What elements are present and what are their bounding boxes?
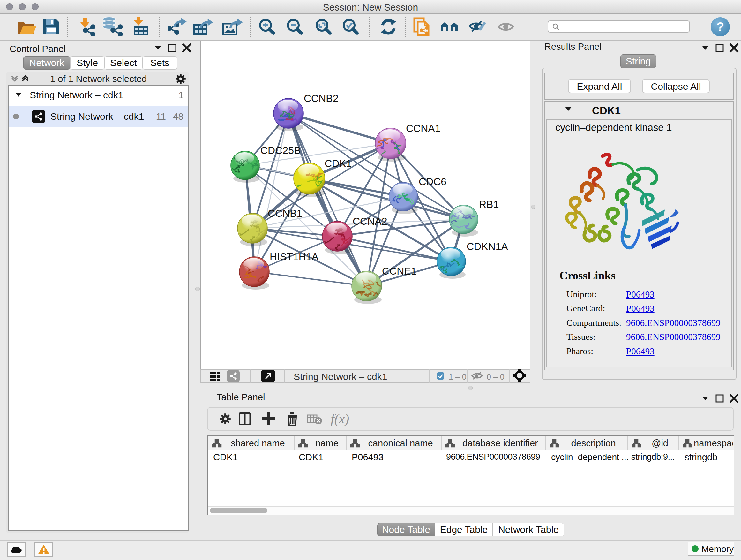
svg-text:CDK1: CDK1	[325, 158, 352, 169]
svg-text:CCNA2: CCNA2	[353, 215, 387, 227]
svg-text:RB1: RB1	[479, 199, 499, 210]
svg-text:CCNB2: CCNB2	[304, 92, 338, 104]
svg-text:CCNA1: CCNA1	[406, 123, 441, 134]
svg-text:CCNB1: CCNB1	[268, 207, 302, 219]
svg-text:CDC25B: CDC25B	[260, 145, 300, 156]
svg-text:CCNE1: CCNE1	[382, 265, 416, 277]
svg-text:CDC6: CDC6	[419, 176, 447, 187]
svg-text:CDKN1A: CDKN1A	[467, 241, 508, 252]
svg-text:HIST1H1A: HIST1H1A	[270, 251, 319, 262]
